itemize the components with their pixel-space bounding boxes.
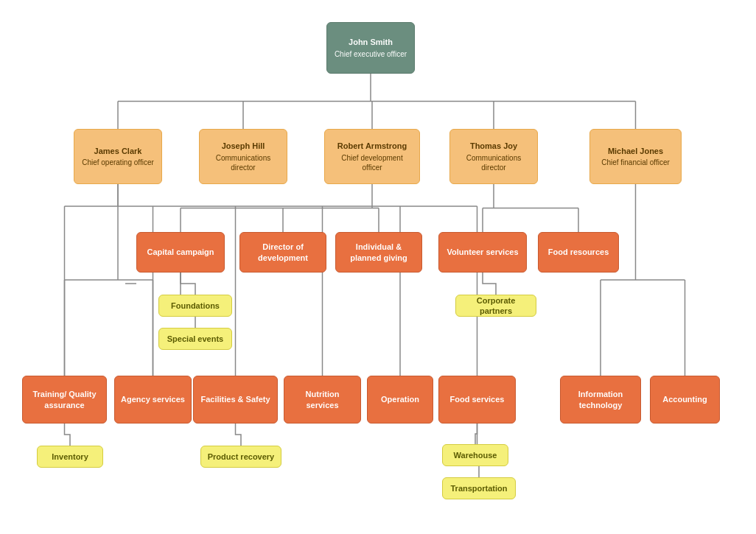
robert-node: Robert Armstrong Chief development offic…	[324, 129, 420, 184]
volunteer-node: Volunteer services	[438, 232, 527, 273]
accounting-node: Accounting	[650, 376, 720, 424]
info-tech-node: Information technology	[560, 376, 641, 424]
thomas-node: Thomas Joy Communications director	[449, 129, 538, 184]
operation-node: Operation	[367, 376, 433, 424]
org-chart: John Smith Chief executive officer James…	[0, 0, 756, 534]
product-rec-node: Product recovery	[200, 446, 281, 468]
james-node: James Clark Chief operating officer	[74, 129, 162, 184]
special-events-node: Special events	[158, 328, 232, 350]
foundations-node: Foundations	[158, 295, 232, 317]
individual-node: Individual & planned giving	[335, 232, 422, 273]
warehouse-node: Warehouse	[442, 444, 508, 466]
food-res-node: Food resources	[538, 232, 619, 273]
nutrition-node: Nutrition services	[284, 376, 361, 424]
michael-node: Michael Jones Chief financial officer	[589, 129, 682, 184]
capital-node: Capital campaign	[136, 232, 225, 273]
corporate-node: Corporate partners	[455, 295, 536, 317]
joseph-node: Joseph Hill Communications director	[199, 129, 287, 184]
facilities-node: Facilities & Safety	[193, 376, 278, 424]
ceo-node: John Smith Chief executive officer	[326, 22, 415, 74]
transportation-node: Transportation	[442, 477, 516, 499]
director-node: Director of development	[239, 232, 326, 273]
training-node: Training/ Quality assurance	[22, 376, 107, 424]
food-svc-node: Food services	[438, 376, 516, 424]
inventory-node: Inventory	[37, 446, 103, 468]
agency-node: Agency services	[114, 376, 192, 424]
